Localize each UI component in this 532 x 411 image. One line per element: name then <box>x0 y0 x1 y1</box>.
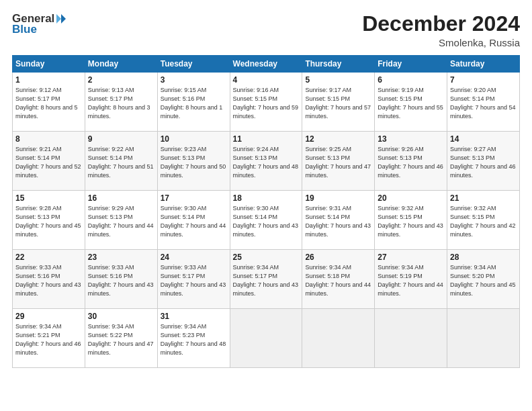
day-info: Sunrise: 9:28 AM Sunset: 5:13 PM Dayligh… <box>15 204 82 239</box>
day-number: 9 <box>88 134 154 144</box>
table-row: 8 Sunrise: 9:21 AM Sunset: 5:14 PM Dayli… <box>13 132 85 191</box>
table-row <box>375 309 447 368</box>
day-number: 28 <box>450 253 517 262</box>
day-number: 6 <box>378 75 444 85</box>
table-row: 5 Sunrise: 9:17 AM Sunset: 5:15 PM Dayli… <box>302 73 375 132</box>
table-row: 21 Sunrise: 9:32 AM Sunset: 5:15 PM Dayl… <box>447 191 520 250</box>
day-number: 27 <box>378 253 444 262</box>
table-row: 13 Sunrise: 9:26 AM Sunset: 5:13 PM Dayl… <box>375 132 447 191</box>
table-row: 3 Sunrise: 9:15 AM Sunset: 5:16 PM Dayli… <box>157 73 230 132</box>
day-number: 13 <box>378 134 444 144</box>
month-title: December 2024 <box>362 12 520 36</box>
header: General Blue December 2024 Smolenka, Rus… <box>12 12 520 48</box>
day-number: 1 <box>15 75 82 85</box>
svg-marker-0 <box>61 14 66 24</box>
day-number: 30 <box>88 312 154 321</box>
day-number: 17 <box>161 193 227 203</box>
day-info: Sunrise: 9:34 AM Sunset: 5:21 PM Dayligh… <box>15 322 82 357</box>
col-thursday: Thursday <box>302 56 375 73</box>
table-row: 16 Sunrise: 9:29 AM Sunset: 5:13 PM Dayl… <box>85 191 157 250</box>
day-number: 11 <box>233 134 300 144</box>
day-info: Sunrise: 9:26 AM Sunset: 5:13 PM Dayligh… <box>378 145 444 180</box>
table-row: 12 Sunrise: 9:25 AM Sunset: 5:13 PM Dayl… <box>302 132 375 191</box>
day-number: 25 <box>233 253 300 262</box>
day-info: Sunrise: 9:32 AM Sunset: 5:15 PM Dayligh… <box>378 204 444 239</box>
table-row: 18 Sunrise: 9:30 AM Sunset: 5:14 PM Dayl… <box>230 191 302 250</box>
day-info: Sunrise: 9:34 AM Sunset: 5:19 PM Dayligh… <box>378 263 444 298</box>
day-number: 12 <box>305 134 371 144</box>
col-monday: Monday <box>85 56 157 73</box>
day-number: 24 <box>161 253 227 262</box>
day-info: Sunrise: 9:15 AM Sunset: 5:16 PM Dayligh… <box>161 86 227 121</box>
day-info: Sunrise: 9:33 AM Sunset: 5:16 PM Dayligh… <box>15 263 82 298</box>
day-info: Sunrise: 9:33 AM Sunset: 5:17 PM Dayligh… <box>161 263 227 298</box>
table-row: 4 Sunrise: 9:16 AM Sunset: 5:15 PM Dayli… <box>230 73 302 132</box>
col-saturday: Saturday <box>447 56 520 73</box>
day-number: 23 <box>88 253 154 262</box>
table-row: 10 Sunrise: 9:23 AM Sunset: 5:13 PM Dayl… <box>157 132 230 191</box>
day-number: 20 <box>378 193 444 203</box>
table-row: 9 Sunrise: 9:22 AM Sunset: 5:14 PM Dayli… <box>85 132 157 191</box>
day-number: 21 <box>450 193 517 203</box>
table-row: 29 Sunrise: 9:34 AM Sunset: 5:21 PM Dayl… <box>13 309 85 368</box>
table-row: 1 Sunrise: 9:12 AM Sunset: 5:17 PM Dayli… <box>13 73 85 132</box>
day-number: 29 <box>15 312 82 321</box>
day-number: 5 <box>305 75 371 85</box>
table-row: 14 Sunrise: 9:27 AM Sunset: 5:13 PM Dayl… <box>447 132 520 191</box>
day-info: Sunrise: 9:34 AM Sunset: 5:17 PM Dayligh… <box>233 263 300 298</box>
day-info: Sunrise: 9:20 AM Sunset: 5:14 PM Dayligh… <box>450 86 517 121</box>
col-tuesday: Tuesday <box>157 56 230 73</box>
table-row <box>447 309 520 368</box>
table-row: 7 Sunrise: 9:20 AM Sunset: 5:14 PM Dayli… <box>447 73 520 132</box>
day-info: Sunrise: 9:34 AM Sunset: 5:23 PM Dayligh… <box>161 322 227 357</box>
day-info: Sunrise: 9:19 AM Sunset: 5:15 PM Dayligh… <box>378 86 444 121</box>
day-number: 2 <box>88 75 154 85</box>
logo: General Blue <box>12 12 68 36</box>
calendar: Sunday Monday Tuesday Wednesday Thursday… <box>12 55 520 368</box>
day-number: 10 <box>161 134 227 144</box>
day-info: Sunrise: 9:30 AM Sunset: 5:14 PM Dayligh… <box>233 204 300 239</box>
table-row: 26 Sunrise: 9:34 AM Sunset: 5:18 PM Dayl… <box>302 250 375 309</box>
day-info: Sunrise: 9:13 AM Sunset: 5:17 PM Dayligh… <box>88 86 154 121</box>
table-row: 31 Sunrise: 9:34 AM Sunset: 5:23 PM Dayl… <box>157 309 230 368</box>
day-info: Sunrise: 9:34 AM Sunset: 5:18 PM Dayligh… <box>305 263 371 298</box>
week-row-1: 1 Sunrise: 9:12 AM Sunset: 5:17 PM Dayli… <box>13 73 520 132</box>
location: Smolenka, Russia <box>362 37 520 48</box>
day-info: Sunrise: 9:34 AM Sunset: 5:22 PM Dayligh… <box>88 322 154 357</box>
table-row <box>302 309 375 368</box>
day-info: Sunrise: 9:21 AM Sunset: 5:14 PM Dayligh… <box>15 145 82 180</box>
table-row: 30 Sunrise: 9:34 AM Sunset: 5:22 PM Dayl… <box>85 309 157 368</box>
table-row: 22 Sunrise: 9:33 AM Sunset: 5:16 PM Dayl… <box>13 250 85 309</box>
day-number: 4 <box>233 75 300 85</box>
week-row-3: 15 Sunrise: 9:28 AM Sunset: 5:13 PM Dayl… <box>13 191 520 250</box>
svg-marker-1 <box>56 14 61 24</box>
day-info: Sunrise: 9:31 AM Sunset: 5:14 PM Dayligh… <box>305 204 371 239</box>
week-row-2: 8 Sunrise: 9:21 AM Sunset: 5:14 PM Dayli… <box>13 132 520 191</box>
col-sunday: Sunday <box>13 56 85 73</box>
day-number: 7 <box>450 75 517 85</box>
table-row: 20 Sunrise: 9:32 AM Sunset: 5:15 PM Dayl… <box>375 191 447 250</box>
day-info: Sunrise: 9:29 AM Sunset: 5:13 PM Dayligh… <box>88 204 154 239</box>
calendar-header-row: Sunday Monday Tuesday Wednesday Thursday… <box>13 56 520 73</box>
day-info: Sunrise: 9:30 AM Sunset: 5:14 PM Dayligh… <box>161 204 227 239</box>
day-info: Sunrise: 9:12 AM Sunset: 5:17 PM Dayligh… <box>15 86 82 121</box>
table-row: 25 Sunrise: 9:34 AM Sunset: 5:17 PM Dayl… <box>230 250 302 309</box>
day-number: 14 <box>450 134 517 144</box>
day-info: Sunrise: 9:25 AM Sunset: 5:13 PM Dayligh… <box>305 145 371 180</box>
day-info: Sunrise: 9:23 AM Sunset: 5:13 PM Dayligh… <box>161 145 227 180</box>
week-row-5: 29 Sunrise: 9:34 AM Sunset: 5:21 PM Dayl… <box>13 309 520 368</box>
day-number: 18 <box>233 193 300 203</box>
col-friday: Friday <box>375 56 447 73</box>
table-row: 28 Sunrise: 9:34 AM Sunset: 5:20 PM Dayl… <box>447 250 520 309</box>
day-number: 15 <box>15 193 82 203</box>
col-wednesday: Wednesday <box>230 56 302 73</box>
table-row: 23 Sunrise: 9:33 AM Sunset: 5:16 PM Dayl… <box>85 250 157 309</box>
table-row: 17 Sunrise: 9:30 AM Sunset: 5:14 PM Dayl… <box>157 191 230 250</box>
logo-blue: Blue <box>12 23 37 36</box>
day-info: Sunrise: 9:24 AM Sunset: 5:13 PM Dayligh… <box>233 145 300 180</box>
table-row: 2 Sunrise: 9:13 AM Sunset: 5:17 PM Dayli… <box>85 73 157 132</box>
table-row: 24 Sunrise: 9:33 AM Sunset: 5:17 PM Dayl… <box>157 250 230 309</box>
day-info: Sunrise: 9:33 AM Sunset: 5:16 PM Dayligh… <box>88 263 154 298</box>
day-info: Sunrise: 9:16 AM Sunset: 5:15 PM Dayligh… <box>233 86 300 121</box>
day-number: 26 <box>305 253 371 262</box>
